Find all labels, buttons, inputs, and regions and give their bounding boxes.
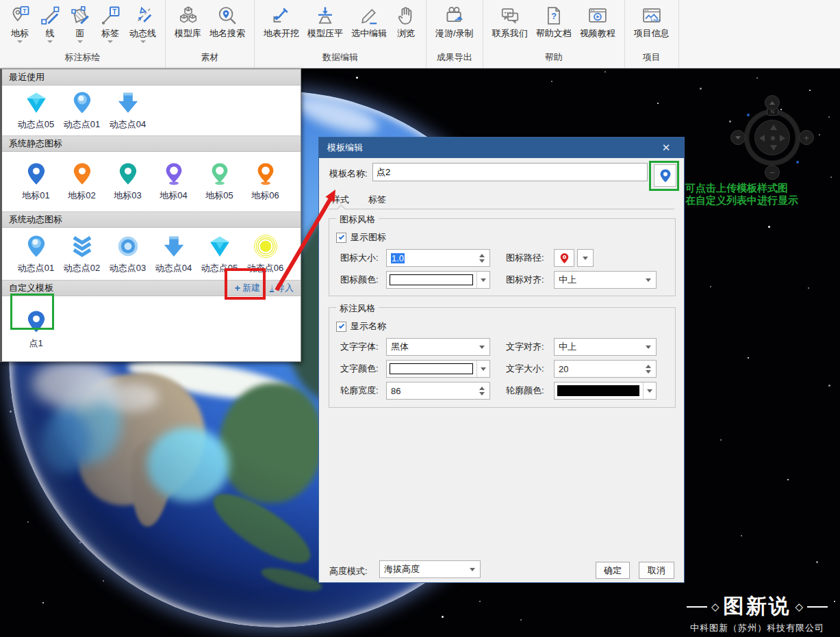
panel-item-diamond[interactable]: 动态点05 [196,234,242,274]
tilt-up-button[interactable] [765,95,780,110]
landmass-sumatra [204,482,319,575]
action-label: 新建 [242,282,260,294]
toolbar-item-model-cubes[interactable]: 模型库 [171,4,205,41]
toolbar-item-dynamic-line[interactable]: 动态线 [126,4,160,44]
chevron-down-icon[interactable] [17,40,23,43]
toolbar-item-dig-shovel[interactable]: 地表开挖 [260,4,303,41]
star [27,521,29,523]
cancel-button[interactable]: 取消 [639,562,674,579]
compass-pan-pad[interactable] [754,120,790,155]
panel-item-diamond[interactable]: 动态点05 [13,90,59,131]
tilt-down-button[interactable] [730,130,746,145]
toolbar-item-place-search[interactable]: 地名搜索 [206,4,249,41]
panel-item-sun[interactable]: 动态点06 [242,234,288,274]
tab-style[interactable]: 样式 [330,194,351,206]
panel-item-chevrons[interactable]: 动态点02 [59,234,105,274]
chevron-down-icon[interactable] [77,40,83,43]
zoom-in-button[interactable]: + [799,130,814,145]
show-name-checkbox[interactable]: 显示名称 [336,320,386,333]
spinner-arrows[interactable] [477,382,487,399]
text-size-spinner[interactable]: 20 [554,360,657,378]
toolbar-item-roam-record[interactable]: 漫游/录制 [432,4,477,41]
icon-align-select[interactable]: 中上 [554,271,657,289]
spinner-arrows[interactable] [477,250,487,266]
ok-button[interactable]: 确定 [596,562,630,579]
toolbar-item-tag-label[interactable]: T标签 [96,4,125,44]
panel-item-pin[interactable]: 地标03 [105,161,151,202]
swatch-dropdown-arrow[interactable] [476,361,489,377]
diamond-icon [24,90,49,115]
panel-item-pin[interactable]: 点1 [13,309,59,350]
edit-pencil-icon [359,5,379,26]
polygon-icon [70,5,90,26]
template-icon-button[interactable] [654,164,676,187]
panel-item-ring[interactable]: 动态点03 [105,234,151,274]
chevron-down-icon[interactable] [140,40,146,43]
toolbar-item-edit-pencil[interactable]: 选中编辑 [348,4,390,41]
height-mode-select[interactable]: 海拔高度 [379,560,481,578]
cloud-limb-top [292,91,382,140]
diamond-icon: ◇ [795,601,803,613]
show-icon-checkbox[interactable]: 显示图标 [336,231,386,244]
star [816,561,818,563]
swatch-dropdown-arrow[interactable] [476,272,489,288]
star [828,116,830,118]
checkbox-icon[interactable] [336,233,346,243]
icon-color-swatch[interactable] [386,271,490,289]
text-color-swatch[interactable] [386,360,490,378]
pin-base-icon [162,161,186,186]
toolbar-item-contact-chat[interactable]: 联系我们 [489,4,531,41]
toolbar-item-video-tutorial[interactable]: 视频教程 [576,4,619,41]
text-align-label: 文字对齐: [506,341,554,353]
star [551,81,552,82]
spinner-arrows[interactable] [644,361,653,377]
dig-shovel-icon [271,5,292,26]
star [787,479,789,480]
tab-label[interactable]: 标签 [367,194,387,206]
panel-item-pin-base[interactable]: 地标06 [242,161,288,202]
panel-item-pin[interactable]: 地标02 [59,161,105,202]
icon-path-dropdown[interactable] [577,249,594,267]
swatch-dropdown-arrow[interactable] [643,382,656,399]
font-family-select[interactable]: 黑体 [386,338,490,356]
panel-item-glossy-pin[interactable]: 动态点01 [59,90,105,131]
star [657,103,659,104]
zoom-out-button[interactable]: − [765,165,780,180]
dialog-close-button[interactable]: ✕ [657,138,676,157]
star [720,439,722,441]
plus-icon: + [235,283,240,294]
panel-item-arrow-down[interactable]: 动态点04 [105,90,151,131]
outline-color-swatch[interactable] [554,382,657,400]
toolbar-item-polyline[interactable]: 线 [36,4,64,44]
panel-item-pin-base[interactable]: 地标04 [151,161,196,202]
panel-item-pin[interactable]: 地标01 [13,161,59,202]
dialog-titlebar[interactable]: 模板编辑 ✕ [319,138,684,158]
pin-icon [116,161,140,186]
icon-size-spinner[interactable]: 1.0 [386,249,490,267]
toolbar-item-polygon[interactable]: 面 [66,4,94,44]
template-name-input[interactable] [372,163,648,181]
toolbar-item-flatten-press[interactable]: 模型压平 [304,4,346,41]
panel-item-label: 地标02 [68,190,95,202]
new-template-button[interactable]: +新建 [235,282,260,294]
panel-item-pin-base[interactable]: 地标05 [196,161,242,202]
toolbar-item-label: 地表开挖 [264,27,299,40]
toolbar-item-project-info[interactable]: Logo项目信息 [631,4,673,41]
outline-width-spinner[interactable]: 86 [386,382,490,400]
panel-item-label: 地标01 [22,190,49,202]
checkbox-icon[interactable] [336,322,346,332]
import-template-button[interactable]: ↓导入 [270,282,294,294]
glossy-pin-icon [70,90,94,115]
toolbar-item-help-doc[interactable]: ?帮助文档 [533,4,575,41]
text-align-select[interactable]: 中上 [554,338,657,356]
toolbar-item-browse-hand[interactable]: 浏览 [392,4,420,41]
panel-item-glossy-pin[interactable]: 动态点01 [13,234,59,274]
toolbar-item-landmark-pin[interactable]: T地标 [5,4,34,44]
toolbar-item-label: 项目信息 [634,27,670,40]
glossy-pin-icon [24,234,49,259]
panel-item-arrow-down[interactable]: 动态点04 [151,234,196,274]
icon-path-button[interactable] [554,249,574,267]
dynamic-line-icon [133,5,153,26]
chevron-down-icon[interactable] [107,40,113,43]
chevron-down-icon[interactable] [47,40,53,43]
